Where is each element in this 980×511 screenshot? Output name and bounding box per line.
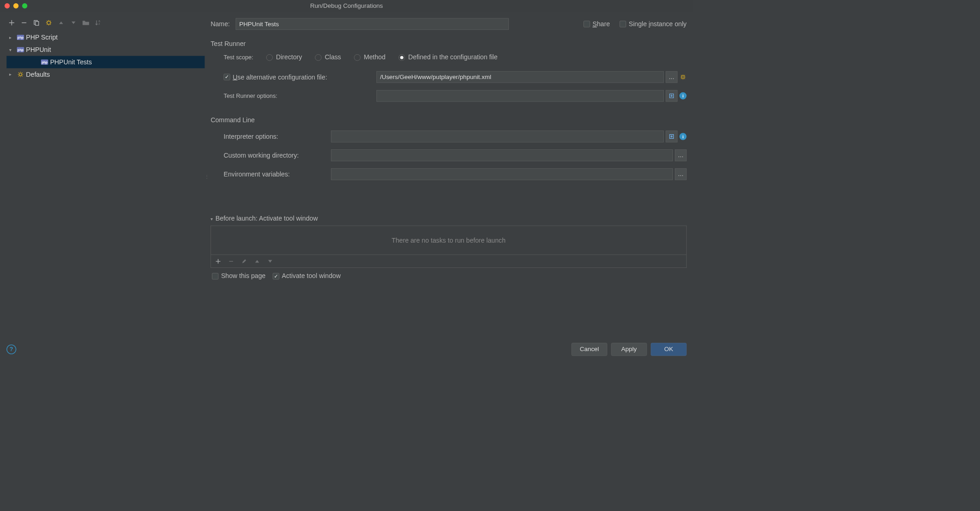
- svg-point-5: [19, 73, 22, 76]
- svg-text:z: z: [98, 22, 100, 25]
- tree-label: Defaults: [26, 71, 50, 78]
- section-title: Command Line: [211, 116, 686, 124]
- checkbox-icon: [620, 21, 626, 27]
- footer: ? Cancel Apply OK: [0, 337, 693, 361]
- env-vars-label: Environment variables:: [224, 170, 331, 178]
- move-task-down-button[interactable]: [266, 257, 274, 265]
- tree-label: PHPUnit Tests: [50, 58, 92, 66]
- zoom-window-button[interactable]: [22, 3, 27, 8]
- browse-path-button[interactable]: …: [675, 168, 686, 180]
- interpreter-options-row: Interpreter options: i: [211, 130, 686, 143]
- checkbox-icon: [212, 273, 218, 279]
- scope-configfile-radio[interactable]: Defined in the configuration file: [399, 54, 497, 61]
- move-task-up-button[interactable]: [253, 257, 261, 265]
- edit-task-button[interactable]: [240, 257, 248, 265]
- single-instance-label: Single instance only: [629, 20, 687, 28]
- svg-point-6: [682, 76, 684, 79]
- checkbox-icon: [224, 74, 230, 80]
- scope-class-radio[interactable]: Class: [315, 54, 341, 61]
- share-checkbox[interactable]: Share: [583, 20, 610, 28]
- browse-path-button[interactable]: …: [666, 71, 677, 83]
- help-button[interactable]: ?: [6, 345, 16, 354]
- tree-item-php-script[interactable]: php PHP Script: [6, 31, 205, 44]
- browse-path-button[interactable]: …: [675, 149, 686, 161]
- add-task-button[interactable]: [214, 257, 222, 265]
- name-label: Name:: [211, 20, 230, 28]
- single-instance-checkbox[interactable]: Single instance only: [620, 20, 687, 28]
- checkbox-icon: [583, 21, 590, 27]
- collapse-arrow-icon[interactable]: [9, 47, 15, 52]
- before-launch-tasks-list[interactable]: There are no tasks to run before launch: [211, 226, 686, 255]
- info-icon[interactable]: i: [679, 92, 687, 100]
- radio-icon: [354, 54, 360, 61]
- test-scope-label: Test scope:: [224, 54, 253, 61]
- collapse-arrow-icon: [211, 215, 213, 222]
- sort-button[interactable]: az: [94, 19, 102, 27]
- section-title: Test Runner: [211, 40, 686, 48]
- interpreter-options-input[interactable]: [331, 131, 664, 142]
- post-checks: Show this page Activate tool window: [211, 268, 686, 284]
- working-dir-row: Custom working directory: …: [211, 148, 686, 162]
- activate-tool-window-checkbox[interactable]: Activate tool window: [273, 273, 341, 280]
- tree-item-defaults[interactable]: Defaults: [6, 68, 205, 81]
- radio-icon: [399, 54, 405, 61]
- scope-method-radio[interactable]: Method: [354, 54, 385, 61]
- show-this-page-label: Show this page: [221, 273, 266, 280]
- body: az php PHP Script php PHPUnit php PHPU: [0, 11, 693, 337]
- cancel-button[interactable]: Cancel: [571, 343, 607, 356]
- info-icon[interactable]: i: [679, 133, 687, 140]
- activate-tool-window-label: Activate tool window: [282, 273, 341, 280]
- tree-label: PHP Script: [26, 34, 58, 41]
- minimize-window-button[interactable]: [13, 3, 18, 8]
- expand-arrow-icon[interactable]: [9, 35, 15, 40]
- run-debug-config-window: Run/Debug Configurations: [0, 0, 693, 361]
- edit-defaults-button[interactable]: [45, 19, 53, 27]
- gear-icon[interactable]: [679, 74, 687, 81]
- alt-config-path-input[interactable]: [376, 71, 664, 83]
- interpreter-options-label: Interpreter options:: [224, 133, 331, 140]
- config-name-input[interactable]: [236, 18, 509, 30]
- use-alt-config-checkbox[interactable]: Use alternative configuration file:: [224, 73, 376, 80]
- scope-directory-radio[interactable]: Directory: [266, 54, 302, 61]
- working-dir-input[interactable]: [331, 149, 673, 161]
- expand-field-button[interactable]: [666, 131, 677, 142]
- radio-icon: [315, 54, 321, 61]
- remove-task-button[interactable]: [227, 257, 235, 265]
- expand-arrow-icon[interactable]: [9, 72, 15, 77]
- remove-config-button[interactable]: [20, 19, 28, 27]
- alt-config-row: Use alternative configuration file: …: [211, 70, 686, 84]
- config-toolbar: az: [6, 16, 205, 29]
- gear-icon: [17, 71, 24, 78]
- use-alt-config-label: Use alternative configuration file:: [233, 73, 327, 80]
- svg-point-2: [47, 21, 51, 24]
- svg-rect-1: [35, 22, 39, 25]
- command-line-section: Command Line Interpreter options: i Cust…: [211, 116, 686, 186]
- tree-item-phpunit[interactable]: php PHPUnit: [6, 44, 205, 56]
- test-runner-section: Test Runner Test scope: Directory Class …: [211, 40, 686, 108]
- runner-options-label: Test Runner options:: [224, 92, 376, 99]
- move-down-button[interactable]: [69, 19, 77, 27]
- panel-splitter[interactable]: ⋮: [205, 16, 209, 337]
- env-vars-input[interactable]: [331, 168, 673, 180]
- close-window-button[interactable]: [5, 3, 10, 8]
- add-config-button[interactable]: [8, 19, 16, 27]
- copy-config-button[interactable]: [33, 19, 40, 27]
- php-file-icon: php: [41, 58, 48, 66]
- expand-field-button[interactable]: [666, 90, 677, 102]
- runner-options-row: Test Runner options: i: [211, 89, 686, 103]
- show-this-page-checkbox[interactable]: Show this page: [212, 273, 266, 280]
- before-launch-header[interactable]: Before launch: Activate tool window: [211, 215, 686, 222]
- folder-button[interactable]: [82, 19, 90, 27]
- config-tree[interactable]: php PHP Script php PHPUnit php PHPUnit T…: [6, 31, 205, 337]
- checkbox-icon: [273, 273, 279, 279]
- tree-item-phpunit-tests[interactable]: php PHPUnit Tests: [6, 56, 205, 68]
- radio-icon: [266, 54, 273, 61]
- apply-button[interactable]: Apply: [611, 343, 647, 356]
- right-panel: Name: Share Single instance only Test Ru…: [209, 16, 687, 337]
- traffic-lights: [5, 3, 28, 8]
- runner-options-input[interactable]: [376, 90, 664, 102]
- before-launch-toolbar: [211, 255, 686, 267]
- empty-tasks-text: There are no tasks to run before launch: [392, 236, 506, 244]
- ok-button[interactable]: OK: [651, 343, 687, 356]
- move-up-button[interactable]: [57, 19, 65, 27]
